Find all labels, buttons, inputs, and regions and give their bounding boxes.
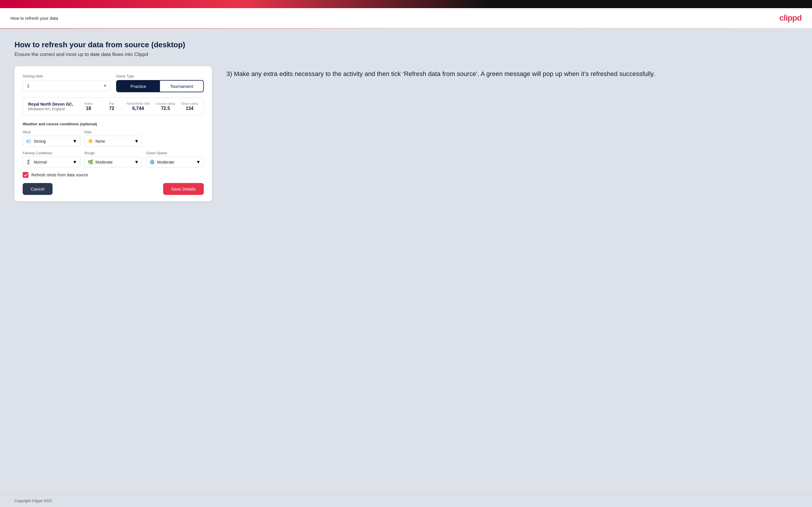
wind-rain-row: Wind 💨 Strong ▼ Rain ☀️ None — [22, 130, 204, 147]
cancel-button[interactable]: Cancel — [22, 183, 53, 195]
page-heading: How to refresh your data from source (de… — [14, 40, 798, 49]
refresh-label: Refresh shots from data source — [31, 173, 88, 177]
rough-label: Rough — [85, 151, 142, 155]
rain-value: None — [96, 139, 105, 144]
starting-hole-group: Starting Hole 1 10 ▼ — [22, 74, 110, 92]
holes-label: Holes — [85, 102, 93, 105]
green-speed-group: Green Speed ⚙️ Moderate ▼ — [146, 151, 204, 167]
rain-group: Rain ☀️ None ▼ — [85, 130, 142, 147]
header: How to refresh your data clippd — [0, 8, 812, 29]
wind-icon: 💨 — [26, 138, 32, 144]
par-value: 72 — [109, 106, 114, 111]
course-rating-value: 72.5 — [161, 106, 170, 111]
rain-label: Rain — [85, 130, 142, 134]
tournament-button[interactable]: Tournament — [160, 80, 203, 92]
fairway-label: Fairway Conditions — [22, 151, 81, 155]
starting-hole-label: Starting Hole — [22, 74, 110, 78]
yards-value: 6,744 — [133, 106, 144, 111]
green-speed-select-inner: ⚙️ Moderate — [149, 159, 174, 165]
copyright: Copyright Clippd 2022 — [14, 499, 52, 503]
green-speed-label: Green Speed — [146, 151, 204, 155]
wind-value: Strong — [34, 139, 46, 144]
green-speed-icon: ⚙️ — [149, 159, 155, 165]
refresh-row: Refresh shots from data source — [22, 172, 204, 178]
green-speed-value: Moderate — [157, 160, 174, 164]
fairway-value: Normal — [34, 160, 47, 164]
wind-group: Wind 💨 Strong ▼ — [22, 130, 81, 147]
yards-stat: Yards/White (M)) 6,744 — [126, 102, 150, 111]
fairway-select[interactable]: 🏌️ Normal ▼ — [22, 157, 81, 167]
hole-gametype-row: Starting Hole 1 10 ▼ Game Type Practice … — [22, 74, 204, 92]
rough-group: Rough 🌿 Moderate ▼ — [85, 151, 142, 167]
game-type-group: Game Type Practice Tournament — [116, 74, 204, 92]
top-bar — [0, 0, 812, 8]
header-title: How to refresh your data — [10, 16, 58, 20]
par-stat: Par 72 — [103, 102, 120, 111]
rain-select-inner: ☀️ None — [88, 138, 105, 144]
conditions-row-2: Fairway Conditions 🏌️ Normal ▼ Rough 🌿 — [22, 151, 204, 167]
refresh-checkbox[interactable] — [22, 172, 29, 178]
holes-value: 18 — [86, 106, 91, 111]
buttons-row: Cancel Save Details — [22, 183, 204, 195]
footer: Copyright Clippd 2022 — [0, 494, 812, 507]
wind-label: Wind — [22, 130, 81, 134]
game-type-toggle: Practice Tournament — [116, 80, 204, 92]
instruction-text: 3) Make any extra edits necessary to the… — [226, 69, 798, 78]
rain-chevron-icon: ▼ — [135, 138, 139, 144]
game-type-label: Game Type — [116, 74, 204, 78]
green-speed-chevron-icon: ▼ — [196, 160, 201, 165]
rain-select[interactable]: ☀️ None ▼ — [85, 136, 142, 147]
rain-icon: ☀️ — [88, 138, 94, 144]
save-button[interactable]: Save Details — [163, 183, 204, 195]
fairway-select-inner: 🏌️ Normal — [26, 159, 47, 165]
course-rating-stat: Course rating 72.5 — [156, 102, 175, 111]
holes-stat: Holes 18 — [80, 102, 97, 111]
fairway-icon: 🏌️ — [26, 159, 32, 165]
slope-rating-value: 134 — [186, 106, 194, 111]
starting-hole-wrapper: 1 10 ▼ — [22, 80, 110, 91]
form-card: Starting Hole 1 10 ▼ Game Type Practice … — [14, 66, 212, 201]
rough-value: Moderate — [96, 160, 113, 164]
wind-chevron-icon: ▼ — [72, 138, 77, 144]
par-label: Par — [109, 102, 114, 105]
main-content: How to refresh your data from source (de… — [0, 29, 812, 494]
rough-select-inner: 🌿 Moderate — [88, 159, 113, 165]
wind-select-inner: 💨 Strong — [26, 138, 46, 144]
weather-section-label: Weather and course conditions (optional) — [22, 122, 204, 126]
content-row: Starting Hole 1 10 ▼ Game Type Practice … — [14, 66, 798, 201]
course-name-block: Royal North Devon GC, Westward Ho!, Engl… — [28, 102, 74, 111]
yards-label: Yards/White (M)) — [126, 102, 150, 105]
rough-chevron-icon: ▼ — [135, 160, 139, 165]
practice-button[interactable]: Practice — [117, 80, 160, 92]
page-subheading: Ensure the correct and most up to date d… — [14, 52, 798, 57]
checkmark-icon — [24, 173, 28, 177]
course-rating-label: Course rating — [156, 102, 175, 105]
wind-select[interactable]: 💨 Strong ▼ — [22, 136, 81, 147]
fairway-chevron-icon: ▼ — [72, 160, 77, 165]
course-location: Westward Ho!, England — [28, 107, 74, 111]
instruction-box: 3) Make any extra edits necessary to the… — [223, 66, 798, 78]
rough-select[interactable]: 🌿 Moderate ▼ — [85, 157, 142, 167]
empty-group — [146, 130, 204, 147]
green-speed-select[interactable]: ⚙️ Moderate ▼ — [146, 157, 204, 167]
slope-rating-stat: Slope rating 134 — [181, 102, 198, 111]
course-row: Royal North Devon GC, Westward Ho!, Engl… — [22, 98, 204, 115]
logo: clippd — [779, 13, 802, 22]
fairway-group: Fairway Conditions 🏌️ Normal ▼ — [22, 151, 81, 167]
rough-icon: 🌿 — [88, 159, 94, 165]
slope-rating-label: Slope rating — [181, 102, 198, 105]
starting-hole-select[interactable]: 1 10 — [22, 80, 110, 91]
course-name: Royal North Devon GC, — [28, 102, 74, 106]
